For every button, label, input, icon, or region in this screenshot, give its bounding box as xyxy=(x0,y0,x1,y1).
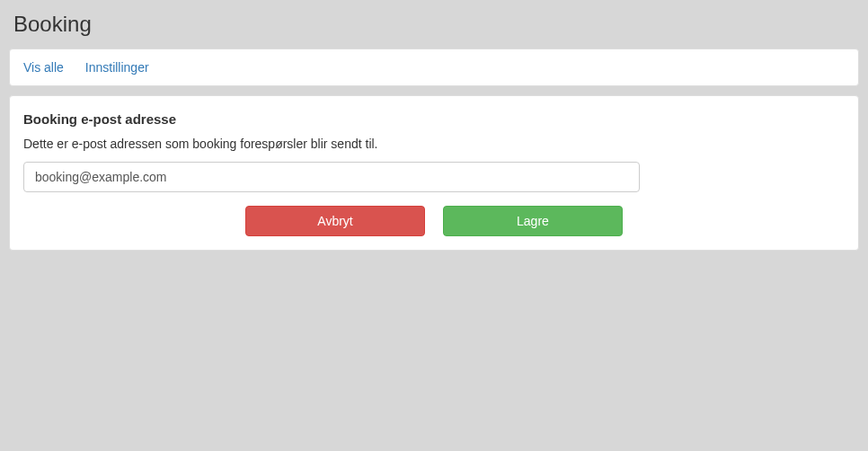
section-description: Dette er e-post adressen som booking for… xyxy=(23,135,845,153)
section-title: Booking e-post adresse xyxy=(23,110,845,128)
settings-panel: Booking e-post adresse Dette er e-post a… xyxy=(9,95,859,250)
nav-tab-settings[interactable]: Innstillinger xyxy=(85,60,149,75)
nav-tab-view-all[interactable]: Vis alle xyxy=(23,60,64,75)
save-button[interactable]: Lagre xyxy=(443,206,623,236)
nav-tabs: Vis alle Innstillinger xyxy=(9,49,859,86)
cancel-button[interactable]: Avbryt xyxy=(245,206,425,236)
booking-email-input[interactable] xyxy=(23,162,640,192)
button-row: Avbryt Lagre xyxy=(23,206,845,236)
page-title: Booking xyxy=(13,9,859,40)
